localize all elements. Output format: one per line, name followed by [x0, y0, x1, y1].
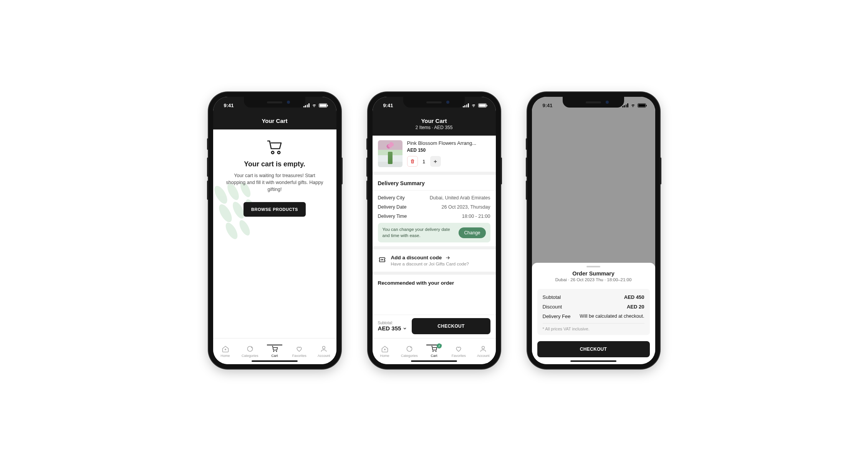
delivery-summary-section: Delivery Summary Delivery CityDubai, Uni… [373, 175, 496, 249]
cart-icon [266, 139, 283, 155]
tab-home[interactable]: Home [374, 345, 396, 358]
svg-point-15 [384, 349, 385, 350]
change-delivery-button[interactable]: Change [459, 227, 485, 238]
phone-2-cart-items: 9:41 Your Cart 2 Items · AED 355 Pink Bl… [368, 92, 500, 369]
sheet-title: Order Summary [532, 270, 655, 277]
home-indicator[interactable] [570, 360, 616, 362]
cart-item: Pink Blossom Flowers Arrang... AED 150 1 [373, 136, 496, 175]
quantity-value: 1 [421, 159, 427, 164]
increase-quantity-button[interactable] [430, 156, 441, 167]
svg-point-17 [432, 351, 434, 352]
device-notch [244, 97, 305, 108]
cart-header: Your Cart [213, 114, 336, 129]
page-subtitle: 2 Items · AED 355 [373, 125, 496, 130]
device-notch [563, 97, 624, 108]
sheet-subtitle: Dubai · 26 Oct 2023 Thu · 18:00–21:00 [532, 277, 655, 282]
svg-point-19 [482, 346, 485, 349]
order-summary-sheet: Order Summary Dubai · 26 Oct 2023 Thu · … [532, 263, 655, 364]
empty-description: Your cart is waiting for treasures! Star… [225, 172, 325, 193]
account-icon [320, 345, 328, 353]
heart-icon [295, 345, 303, 353]
remove-item-button[interactable] [407, 156, 418, 167]
svg-point-12 [273, 351, 274, 352]
empty-title: Your cart is empty. [225, 160, 325, 168]
battery-icon [319, 103, 327, 108]
cart-tab-icon [271, 345, 278, 353]
account-icon [479, 345, 487, 353]
tab-account[interactable]: Account [313, 345, 335, 358]
recommended-title: Recommended with your order [373, 275, 496, 287]
tab-categories[interactable]: Categories [239, 345, 261, 358]
categories-icon [406, 345, 413, 353]
tab-favorites[interactable]: Favorites [448, 345, 469, 358]
summary-delivery: Will be calculated at checkout. [580, 313, 644, 319]
trash-icon [410, 159, 415, 164]
heart-icon [455, 345, 462, 353]
delivery-time: 18:00 - 21:00 [462, 214, 490, 219]
phone-1-empty-cart: 9:41 Your Cart [209, 92, 341, 369]
summary-box: SubtotalAED 450 DiscountAED 20 Delivery … [537, 289, 650, 335]
plus-icon [433, 159, 438, 164]
delivery-date: 26 Oct 2023, Thursday [442, 204, 490, 210]
categories-icon [246, 345, 254, 353]
product-name: Pink Blossom Flowers Arrang... [407, 140, 490, 146]
wifi-icon [471, 103, 477, 108]
wifi-icon [630, 103, 636, 108]
home-icon [381, 345, 389, 353]
product-thumbnail[interactable] [378, 140, 403, 167]
subtotal-toggle[interactable]: AED 355 [378, 325, 407, 332]
tab-account[interactable]: Account [472, 345, 494, 358]
page-title: Your Cart [213, 118, 336, 124]
add-discount-row[interactable]: Add a discount code Have a discount or J… [373, 249, 496, 275]
chevron-down-icon [403, 326, 407, 331]
svg-point-9 [278, 151, 280, 154]
tab-cart[interactable]: 2 Cart [423, 345, 445, 358]
status-time: 9:41 [383, 103, 393, 108]
vat-note: * All prices VAT inclusive. [543, 327, 644, 331]
battery-icon [478, 103, 487, 108]
tab-cart[interactable]: Cart [264, 345, 285, 358]
svg-point-10 [225, 349, 226, 350]
product-price: AED 150 [407, 148, 490, 153]
cart-header: Your Cart 2 Items · AED 355 [373, 114, 496, 136]
checkout-bar: Subtotal: AED 355 CHECKOUT [373, 315, 496, 338]
svg-point-18 [436, 351, 437, 352]
home-indicator[interactable] [411, 360, 457, 362]
home-icon [222, 345, 229, 353]
battery-icon [638, 103, 646, 108]
svg-point-13 [276, 351, 277, 352]
tab-categories[interactable]: Categories [399, 345, 420, 358]
wifi-icon [311, 103, 317, 108]
sheet-grabber[interactable] [586, 266, 600, 267]
delivery-summary-title: Delivery Summary [378, 180, 490, 186]
phone-3-order-summary: 9:41 Order Summary Dubai · 26 Oct 2023 T… [527, 92, 660, 369]
tab-favorites[interactable]: Favorites [288, 345, 310, 358]
cart-badge: 2 [437, 343, 442, 348]
svg-point-8 [272, 151, 274, 154]
status-time: 9:41 [224, 103, 234, 108]
browse-products-button[interactable]: BROWSE PRODUCTS [244, 202, 306, 217]
ticket-icon [378, 255, 386, 264]
page-title: Your Cart [373, 118, 496, 124]
delivery-city: Dubai, United Arab Emirates [430, 195, 490, 201]
status-time: 9:41 [543, 103, 553, 108]
change-delivery-banner: You can change your delivery date and ti… [378, 223, 490, 242]
summary-subtotal: AED 450 [624, 294, 644, 300]
checkout-button[interactable]: CHECKOUT [412, 318, 490, 334]
svg-point-14 [323, 346, 325, 349]
checkout-button[interactable]: CHECKOUT [537, 341, 650, 357]
arrow-right-icon [445, 255, 451, 260]
home-indicator[interactable] [252, 360, 298, 362]
summary-discount: AED 20 [627, 304, 644, 310]
device-notch [403, 97, 465, 108]
tab-home[interactable]: Home [215, 345, 236, 358]
